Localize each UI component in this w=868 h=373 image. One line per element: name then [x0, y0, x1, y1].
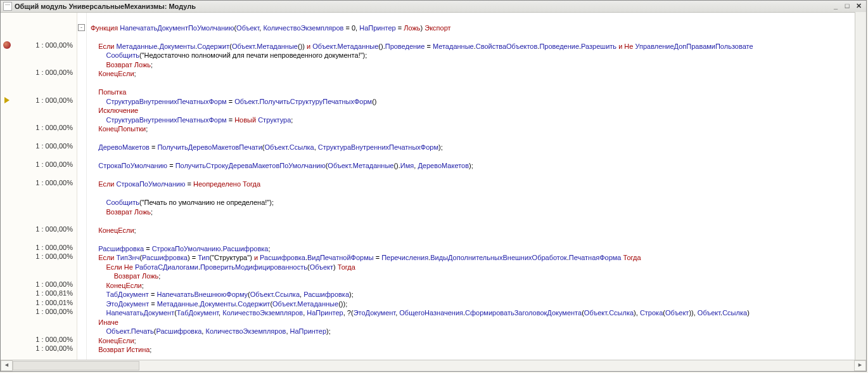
code-line[interactable]: Сообщить("Печать по умолчанию не определ… [91, 198, 866, 207]
gutter-line[interactable] [1, 261, 13, 271]
code-line[interactable] [91, 134, 866, 143]
gutter-line[interactable] [1, 298, 13, 308]
gutter-line[interactable] [1, 188, 13, 197]
document-icon [3, 2, 12, 11]
gutter-line[interactable] [1, 225, 13, 234]
token-id: СтруктураВнутреннихПечатныхФорм [106, 98, 226, 105]
code-line[interactable] [91, 32, 866, 42]
gutter-line[interactable] [1, 123, 13, 133]
gutter-line[interactable] [1, 22, 13, 32]
code-line[interactable]: Сообщить("Недостаточно полномочий для пе… [91, 51, 866, 60]
gutter-line[interactable] [1, 317, 13, 326]
gutter-line[interactable] [1, 41, 13, 50]
gutter-line[interactable] [1, 169, 13, 179]
code-line[interactable]: Возврат Ложь; [91, 60, 866, 70]
minimize-button[interactable]: _ [831, 2, 841, 11]
code-line[interactable]: Если СтрокаПоУмолчанию = Неопределено То… [91, 180, 866, 189]
code-line[interactable]: Возврат Ложь; [91, 272, 866, 281]
gutter-line[interactable] [1, 325, 13, 335]
code-line[interactable]: КонецПопытки; [91, 124, 866, 134]
code-line[interactable]: Расшифровка = СтрокаПоУмолчанию.Расшифро… [91, 244, 866, 254]
fold-line [77, 233, 86, 243]
gutter-line[interactable] [1, 68, 13, 77]
scroll-right-button[interactable]: ► [854, 360, 866, 371]
gutter-line[interactable] [1, 243, 13, 252]
code-line[interactable]: Объект.Печать(Расшифровка, КоличествоЭкз… [91, 327, 866, 336]
code-line[interactable]: СтруктураВнутреннихПечатныхФорм = Новый … [91, 115, 866, 125]
token-kw: Возврат Ложь [106, 208, 151, 216]
breakpoint-icon[interactable] [3, 41, 11, 49]
gutter-line[interactable] [1, 252, 13, 261]
gutter-line[interactable] [1, 151, 13, 160]
code-line[interactable]: Иначе [91, 318, 866, 327]
token-id: СтрокаПоУмолчанию [152, 245, 221, 252]
code-line[interactable] [91, 171, 866, 180]
fold-toggle-icon[interactable]: - [78, 24, 85, 31]
horizontal-scrollbar[interactable]: ◄ ► [1, 360, 866, 371]
gutter-line[interactable] [1, 105, 13, 114]
gutter-line[interactable] [1, 13, 13, 22]
gutter-line[interactable] [1, 289, 13, 298]
titlebar[interactable]: Общий модуль УниверсальныеМеханизмы: Мод… [1, 1, 866, 13]
gutter-line[interactable] [1, 197, 13, 206]
code-line[interactable]: Возврат Истина; [91, 345, 866, 355]
code-area[interactable]: Функция НапечататьДокументПоУмолчанию(Об… [87, 13, 866, 360]
fold-gutter[interactable]: - [77, 13, 87, 360]
code-line[interactable]: КонецЕсли; [91, 69, 866, 79]
profile-value [13, 233, 77, 243]
close-button[interactable]: ✕ [853, 2, 864, 11]
gutter-line[interactable] [1, 344, 13, 353]
gutter-line[interactable] [1, 114, 13, 124]
code-line[interactable]: Функция НапечататьДокументПоУмолчанию(Об… [91, 23, 866, 33]
gutter-line[interactable] [1, 133, 13, 142]
code-line[interactable]: ДеревоМакетов = ПолучитьДеревоМакетовПеч… [91, 143, 866, 152]
fold-line [77, 289, 86, 298]
code-line[interactable]: Если Метаданные.Документы.Содержит(Объек… [91, 42, 866, 51]
code-line[interactable] [91, 235, 866, 244]
gutter-line[interactable] [1, 160, 13, 169]
gutter-line[interactable] [1, 59, 13, 69]
gutter-line[interactable] [1, 77, 13, 87]
code-line[interactable]: Попытка [91, 88, 866, 97]
breakpoint-gutter[interactable] [1, 13, 13, 360]
code-line[interactable] [91, 216, 866, 226]
vertical-scrollbar[interactable] [855, 12, 866, 360]
code-line[interactable]: КонецЕсли; [91, 336, 866, 346]
gutter-line[interactable] [1, 215, 13, 225]
gutter-line[interactable] [1, 49, 13, 59]
scroll-thumb[interactable] [13, 361, 139, 370]
gutter-line[interactable] [1, 96, 13, 105]
gutter-line[interactable] [1, 206, 13, 216]
code-line[interactable]: СтрокаПоУмолчанию = ПолучитьСтрокуДерева… [91, 161, 866, 171]
gutter-line[interactable] [1, 178, 13, 188]
code-line[interactable] [91, 14, 866, 23]
gutter-line[interactable] [1, 270, 13, 280]
scroll-left-button[interactable]: ◄ [1, 360, 13, 371]
code-line[interactable]: Если ТипЗнч(Расшифровка) = Тип("Структур… [91, 253, 866, 263]
scroll-track[interactable] [13, 361, 854, 370]
code-line[interactable]: Исключение [91, 106, 866, 115]
code-line[interactable]: ТабДокумент = НапечататьВнешнююФорму(Объ… [91, 290, 866, 299]
code-line[interactable] [91, 189, 866, 199]
token-fn: ; [150, 346, 151, 353]
fold-line [77, 133, 86, 142]
profile-value: 1 : 000,81% [13, 289, 77, 298]
gutter-line[interactable] [1, 31, 13, 41]
code-line[interactable]: КонецЕсли; [91, 226, 866, 235]
code-line[interactable]: СтруктураВнутреннихПечатныхФорм = Объект… [91, 97, 866, 107]
code-line[interactable]: Если Не РаботаСДиалогами.ПроверитьМодифи… [91, 263, 866, 272]
code-line[interactable]: Возврат Ложь; [91, 207, 866, 217]
gutter-line[interactable] [1, 335, 13, 344]
code-line[interactable] [91, 79, 866, 88]
token-fn [91, 282, 106, 289]
maximize-button[interactable]: □ [842, 2, 852, 11]
code-line[interactable] [91, 152, 866, 162]
gutter-line[interactable] [1, 141, 13, 151]
code-line[interactable]: КонецЕсли; [91, 281, 866, 291]
code-line[interactable]: ЭтоДокумент = Метаданные.Документы.Содер… [91, 299, 866, 309]
gutter-line[interactable] [1, 86, 13, 96]
gutter-line[interactable] [1, 307, 13, 317]
code-line[interactable]: НапечататьДокумент(ТабДокумент, Количест… [91, 308, 866, 318]
gutter-line[interactable] [1, 280, 13, 289]
gutter-line[interactable] [1, 233, 13, 243]
